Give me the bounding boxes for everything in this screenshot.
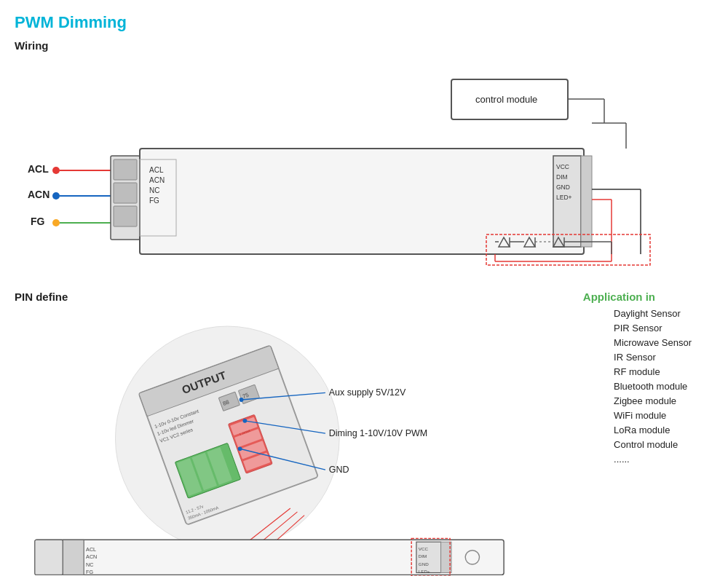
fg-label: FG <box>31 216 45 227</box>
pin-diagram-area: OUTPUT 1-10v 0-10v Constant 1-10v led Di… <box>15 309 524 576</box>
svg-rect-62 <box>35 540 63 575</box>
svg-rect-3 <box>114 159 137 180</box>
acl-label: ACL <box>28 163 49 175</box>
svg-point-61 <box>238 446 242 451</box>
svg-text:LED+: LED+ <box>556 194 572 201</box>
page-title: PWM Dimming <box>15 13 713 32</box>
svg-text:DIM: DIM <box>419 553 427 559</box>
right-pins <box>581 156 592 247</box>
svg-text:FG: FG <box>149 197 159 205</box>
pin-diagram: OUTPUT 1-10v 0-10v Constant 1-10v led Di… <box>15 309 524 576</box>
application-item: IR Sensor <box>614 350 692 365</box>
application-item: Control module <box>614 438 692 452</box>
acn-dot <box>52 192 60 200</box>
svg-text:GND: GND <box>556 184 570 191</box>
application-item: Bluetooth module <box>614 379 692 394</box>
svg-text:VCC: VCC <box>419 546 429 551</box>
application-title: Application in <box>583 291 655 303</box>
acl-dot <box>52 167 60 174</box>
svg-text:FG: FG <box>86 569 93 575</box>
application-item: RF module <box>614 365 692 379</box>
aux-supply-label: Aux supply 5V/12V <box>329 387 406 398</box>
svg-rect-4 <box>114 183 137 203</box>
pin-section: PIN define Application in Daylight Senso… <box>15 291 713 576</box>
page: PWM Dimming Wiring ACL ACN FG <box>0 0 728 576</box>
application-item: Daylight Sensor <box>614 307 692 321</box>
svg-text:ACL: ACL <box>86 546 96 553</box>
svg-text:ACN: ACN <box>149 176 165 184</box>
application-list: Daylight SensorPIR SensorMicrowave Senso… <box>614 307 692 467</box>
svg-text:DIM: DIM <box>556 173 568 181</box>
svg-rect-63 <box>63 540 84 575</box>
svg-rect-5 <box>114 206 137 226</box>
application-item: PIR Sensor <box>614 321 692 336</box>
pin-define-title: PIN define <box>15 291 68 303</box>
wiring-section-title: Wiring <box>15 39 713 52</box>
svg-text:NC: NC <box>149 186 159 194</box>
svg-text:LED+: LED+ <box>419 569 430 574</box>
application-item: Zigbee module <box>614 394 692 409</box>
svg-text:VCC: VCC <box>556 163 569 170</box>
fg-dot <box>52 219 60 226</box>
wiring-diagram: ACL ACN FG <box>15 58 713 283</box>
gnd-label: GND <box>329 465 349 475</box>
application-item: ...... <box>614 452 692 467</box>
diming-label: Diming 1-10V/10V PWM <box>329 428 427 438</box>
svg-text:NC: NC <box>86 561 93 568</box>
svg-text:GND: GND <box>419 561 429 567</box>
svg-text:ACN: ACN <box>86 553 97 560</box>
driver-body <box>140 149 584 254</box>
control-module-text: control module <box>475 94 537 105</box>
svg-point-60 <box>242 419 247 423</box>
acn-label: ACN <box>28 189 50 200</box>
application-item: WiFi module <box>614 409 692 423</box>
wiring-section: ACL ACN FG <box>15 58 713 283</box>
application-item: LoRa module <box>614 423 692 438</box>
application-item: Microwave Sensor <box>614 336 692 350</box>
svg-text:ACL: ACL <box>149 166 164 174</box>
svg-point-59 <box>240 398 244 402</box>
